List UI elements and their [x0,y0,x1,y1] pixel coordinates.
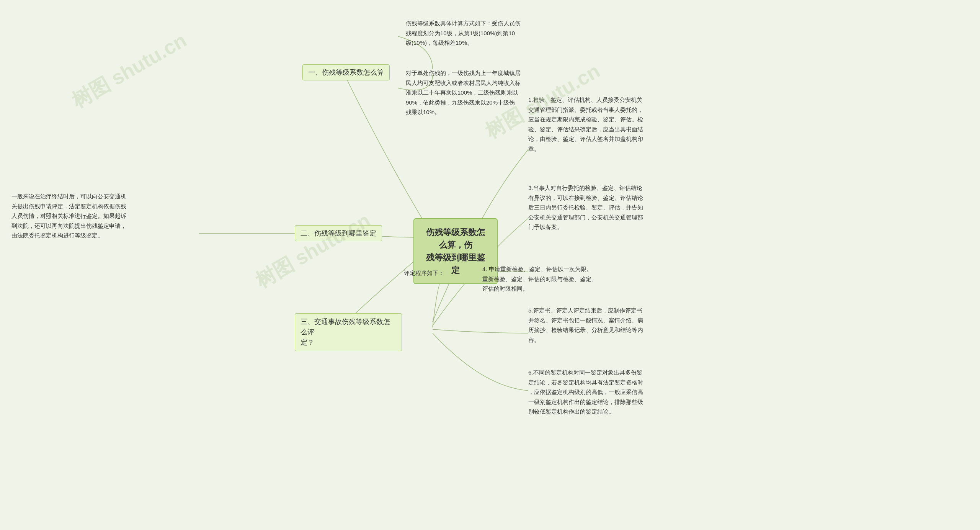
leaf-1a: 伤残等级系数具体计算方式如下：受伤人员伤残程度划分为10级，从第1级(100%)… [406,18,521,48]
branch-node-1: 一、伤残等级系数怎么算 [302,64,390,80]
leaf-3e-text: 6.不同的鉴定机构对同一鉴定对象出具多份鉴定结论，若各鉴定机构均具有法定鉴定资格… [528,369,643,415]
leaf-3a: 1.检验、鉴定、评估机构、人员接受公安机关交通管理部门指派、委托或者当事人委托的… [528,95,643,154]
branch-2-label: 二、伤残等级到哪里鉴定 [301,229,376,237]
branch-node-3: 三、交通事故伤残等级系数怎么评定？ [295,313,402,351]
leaf-1b-text: 对于单处伤残的，一级伤残为上一年度城镇居民人均可支配收入或者农村居民人均纯收入标… [406,70,521,115]
leaf-1a-text: 伤残等级系数具体计算方式如下：受伤人员伤残程度划分为10级，从第1级(100%)… [406,20,521,46]
eval-label-text: 评定程序如下： [404,270,444,276]
leaf-3b: 3.当事人对自行委托的检验、鉴定、评估结论有异议的，可以在接到检验、鉴定、评估结… [528,183,643,232]
branch-1-label: 一、伤残等级系数怎么算 [308,69,384,76]
leaf-3c-text: 4. 申请重新检验、鉴定、评估以一次为限。重新检验、鉴定、评估的时限与检验、鉴定… [482,266,597,292]
branch-3-label: 三、交通事故伤残等级系数怎么评定？ [301,318,390,346]
leaf-3a-text: 1.检验、鉴定、评估机构、人员接受公安机关交通管理部门指派、委托或者当事人委托的… [528,97,643,152]
leaf-3d: 5.评定书。评定人评定结束后，应制作评定书并签名。评定书包括一般情况、案情介绍、… [528,306,643,345]
leaf-3b-text: 3.当事人对自行委托的检验、鉴定、评估结论有异议的，可以在接到检验、鉴定、评估结… [528,185,643,230]
left-text-content: 一般来说在治疗终结时后，可以向公安交通机关提出伤残申请评定，法定鉴定机构依据伤残… [11,193,126,239]
branch-node-2: 二、伤残等级到哪里鉴定 [295,225,382,241]
leaf-3e: 6.不同的鉴定机构对同一鉴定对象出具多份鉴定结论，若各鉴定机构均具有法定鉴定资格… [528,368,643,417]
watermark-3: 树图 shutu.cn [251,207,375,294]
eval-label: 评定程序如下： [404,268,444,278]
mindmap-container: 树图 shutu.cn 树图 shutu.cn 树图 shutu.cn 伤残等级… [0,0,980,530]
left-text-branch2: 一般来说在治疗终结时后，可以向公安交通机关提出伤残申请评定，法定鉴定机构依据伤残… [11,191,126,240]
watermark-1: 树图 shutu.cn [67,27,191,115]
leaf-3c: 4. 申请重新检验、鉴定、评估以一次为限。重新检验、鉴定、评估的时限与检验、鉴定… [482,264,597,294]
leaf-1b: 对于单处伤残的，一级伤残为上一年度城镇居民人均可支配收入或者农村居民人均纯收入标… [406,68,521,117]
leaf-3d-text: 5.评定书。评定人评定结束后，应制作评定书并签名。评定书包括一般情况、案情介绍、… [528,307,643,343]
